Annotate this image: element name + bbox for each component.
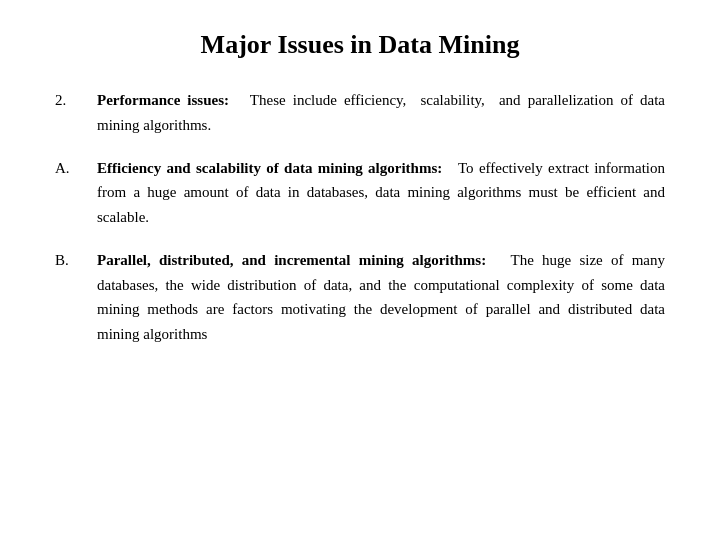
section-2: 2. Performance issues: These include eff… bbox=[55, 88, 665, 138]
section-b-heading: Parallel, distributed, and incremental m… bbox=[97, 252, 486, 268]
section-b-body: Parallel, distributed, and incremental m… bbox=[97, 248, 665, 347]
page: Major Issues in Data Mining 2. Performan… bbox=[0, 0, 720, 540]
section-a-body: Efficiency and scalability of data minin… bbox=[97, 156, 665, 230]
section-a-heading: Efficiency and scalability of data minin… bbox=[97, 160, 442, 176]
section-2-heading: Performance issues: bbox=[97, 92, 229, 108]
page-title: Major Issues in Data Mining bbox=[201, 30, 520, 60]
section-b: B. Parallel, distributed, and incrementa… bbox=[55, 248, 665, 347]
content-area: 2. Performance issues: These include eff… bbox=[55, 88, 665, 347]
section-2-body: Performance issues: These include effici… bbox=[97, 88, 665, 138]
section-a-label: A. bbox=[55, 156, 83, 180]
section-b-label: B. bbox=[55, 248, 83, 272]
section-2-label: 2. bbox=[55, 88, 83, 112]
section-a: A. Efficiency and scalability of data mi… bbox=[55, 156, 665, 230]
